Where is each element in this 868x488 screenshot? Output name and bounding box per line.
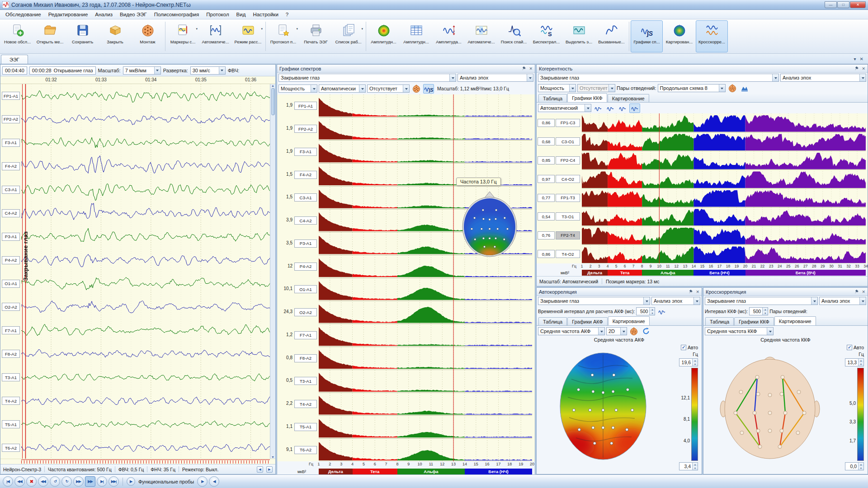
toolbar-button-open-exam[interactable]: Открыть ме... bbox=[34, 20, 66, 52]
autocorr-tab-2[interactable]: Картирование bbox=[608, 316, 650, 325]
coherence-pair-label[interactable]: C3-O1 bbox=[556, 137, 580, 145]
spectrum-epochs-select[interactable]: Анализ эпох bbox=[458, 74, 533, 82]
menu-item-6[interactable]: Вид bbox=[233, 11, 250, 18]
toolbar-button-save[interactable]: Сохранить bbox=[66, 20, 99, 52]
spectrum-channel-label[interactable]: C3-A1 bbox=[294, 193, 317, 202]
menu-item-2[interactable]: Анализ bbox=[91, 11, 116, 18]
pin-icon[interactable] bbox=[854, 66, 859, 71]
toolbar-button-bispectral[interactable]: SБиспектрал... bbox=[530, 20, 562, 52]
auto-scale-checkbox[interactable]: ✓Авто bbox=[681, 345, 698, 350]
eeg-channel-label[interactable]: F7-A1 bbox=[2, 326, 20, 334]
skip-start-button[interactable]: |◀ bbox=[3, 476, 13, 487]
toolbar-button-worklist[interactable]: Список раб...▾ bbox=[332, 20, 364, 52]
eeg-channel-label[interactable]: T3-A1 bbox=[2, 373, 20, 381]
stop-button[interactable]: ✖ bbox=[26, 476, 37, 487]
scroll-down-icon[interactable]: ▼ bbox=[271, 455, 274, 459]
eeg-channel-label[interactable]: C3-A1 bbox=[2, 186, 20, 194]
akf-graph-button[interactable] bbox=[656, 307, 667, 316]
autocorrelation-brain-map[interactable] bbox=[550, 344, 656, 465]
menu-item-3[interactable]: Видео ЭЭГ bbox=[116, 11, 151, 18]
coherence-pair-label[interactable]: C4-O2 bbox=[556, 175, 580, 183]
scrollbar-thumb[interactable] bbox=[271, 88, 275, 115]
coherence-smoothing-select[interactable]: Отсутствует bbox=[577, 84, 615, 92]
eeg-traces[interactable] bbox=[21, 84, 271, 459]
crosscorr-tab-1[interactable]: Графики ККФ bbox=[734, 317, 774, 325]
pin-icon[interactable] bbox=[854, 289, 859, 294]
spectrum-test-select[interactable]: Закрывание глаз bbox=[278, 74, 456, 82]
spectra-graph-button[interactable]: ∫S bbox=[423, 84, 434, 94]
spectrum-channel-label[interactable]: O1-A1 bbox=[294, 285, 317, 293]
toolbar-button-montage[interactable]: Монтаж bbox=[132, 20, 164, 52]
toolbar-button-auto-markup[interactable]: Автоматиче... bbox=[465, 20, 497, 52]
panel-close-icon[interactable]: ✕ bbox=[862, 66, 865, 71]
coherence-scale-mode-select[interactable]: Автоматический bbox=[538, 104, 591, 112]
eeg-channel-label[interactable]: T5-A1 bbox=[2, 420, 20, 428]
close-button[interactable]: ✕ bbox=[850, 1, 866, 8]
spectrum-plots[interactable] bbox=[319, 94, 532, 461]
menu-item-5[interactable]: Протокол bbox=[203, 11, 232, 18]
eeg-channel-label[interactable]: FP1-A1 bbox=[2, 92, 20, 100]
play-page-button[interactable]: ▶▶ bbox=[85, 476, 95, 487]
scale-mode-button-3[interactable] bbox=[617, 103, 628, 113]
toolbar-button-protocol[interactable]: Протокол п...▾ bbox=[267, 20, 299, 52]
coherence-test-select[interactable]: Закрывание глаз bbox=[538, 74, 779, 82]
spectrum-channel-label[interactable]: F4-A2 bbox=[294, 171, 317, 179]
toolbar-button-crosscorr[interactable]: Кросскорре... bbox=[696, 20, 728, 52]
coherence-tab-1[interactable]: Графики ККФ bbox=[567, 93, 607, 102]
coherence-measure-select[interactable]: Мощность bbox=[538, 84, 576, 92]
toolbar-button-new-exam[interactable]: Новое обсл... bbox=[1, 20, 33, 52]
spectrum-channel-label[interactable]: T3-A1 bbox=[294, 377, 317, 385]
coherence-pair-label[interactable]: T3-O1 bbox=[556, 212, 580, 221]
spectrum-channel-label[interactable]: O2-A2 bbox=[294, 308, 317, 316]
eeg-channel-label[interactable]: F3-A1 bbox=[2, 139, 20, 147]
refresh-icon[interactable] bbox=[641, 327, 651, 336]
menu-item-4[interactable]: Полисомнография bbox=[151, 11, 203, 18]
crosscorr-measure-select[interactable]: Средняя частота ККФ bbox=[705, 327, 774, 335]
spectrum-channel-label[interactable]: F7-A1 bbox=[294, 331, 317, 339]
coherence-pairs-select[interactable]: Продольная схема 8 bbox=[658, 84, 726, 92]
coherence-plots[interactable] bbox=[582, 113, 866, 263]
toolbar-button-spike-search[interactable]: Поиск спай... bbox=[498, 20, 530, 52]
chevron-down-icon[interactable]: ▾ bbox=[296, 27, 298, 31]
menu-item-8[interactable]: ? bbox=[282, 11, 292, 18]
auto-scale-checkbox[interactable]: ✓Авто bbox=[847, 345, 864, 350]
eeg-channel-label[interactable]: FP2-A2 bbox=[2, 115, 20, 123]
menu-item-0[interactable]: Обследование bbox=[2, 11, 45, 18]
prev-test-button[interactable]: ◀ bbox=[209, 476, 219, 487]
eeg-marker-lane[interactable] bbox=[0, 459, 275, 464]
toolbar-button-markers[interactable]: Маркеры с...▾ bbox=[167, 20, 199, 52]
eeg-channel-label[interactable]: F8-A2 bbox=[2, 350, 20, 358]
eeg-channel-label[interactable]: P4-A2 bbox=[2, 256, 20, 264]
head-map-button[interactable] bbox=[727, 84, 738, 93]
crosscorr-interval-input[interactable]: 500▲▼ bbox=[749, 307, 768, 315]
head-map-button[interactable] bbox=[628, 327, 639, 336]
toolbar-button-print[interactable]: Печать ЭЭГ bbox=[300, 20, 332, 52]
chevron-down-icon[interactable]: ▾ bbox=[361, 27, 363, 31]
eeg-scale-select[interactable]: 7 мкВ/мм bbox=[123, 66, 161, 75]
eeg-channel-label[interactable]: F4-A2 bbox=[2, 162, 20, 170]
spectrum-channel-label[interactable]: T5-A1 bbox=[294, 423, 317, 431]
spectrum-channel-label[interactable]: T4-A2 bbox=[294, 400, 317, 408]
scale-mode-button-4[interactable] bbox=[629, 103, 640, 113]
coherence-tab-2[interactable]: Картирование bbox=[608, 94, 649, 102]
spectrum-channel-label[interactable]: T6-A2 bbox=[294, 446, 317, 454]
toolbar-button-amplitude-table[interactable]: Амплитудн... bbox=[400, 20, 432, 52]
eeg-channel-label[interactable]: O1-A1 bbox=[2, 280, 20, 288]
scale-max-input[interactable]: 19,6▲▼ bbox=[679, 358, 698, 366]
step-forward-button[interactable]: ▶| bbox=[97, 476, 107, 487]
scale-mode-button-1[interactable] bbox=[593, 103, 604, 113]
crosscorr-tab-2[interactable]: Картирование bbox=[774, 316, 816, 325]
crosscorrelation-head-map[interactable] bbox=[716, 344, 824, 464]
panel-close-icon[interactable]: ✕ bbox=[862, 290, 865, 294]
step-backward-button[interactable]: ◀◀ bbox=[38, 476, 48, 487]
spectrum-channel-label[interactable]: F8-A2 bbox=[294, 354, 317, 362]
spectrum-channel-label[interactable]: C4-A2 bbox=[294, 216, 317, 225]
toolbar-button-spectra[interactable]: ∫SГрафики сп... bbox=[631, 20, 663, 52]
eeg-channel-label[interactable]: P3-A1 bbox=[2, 233, 20, 241]
panel-close-icon[interactable]: ✕ bbox=[529, 66, 533, 71]
crosscorr-epochs-select[interactable]: Анализ эпох bbox=[819, 297, 866, 305]
chevron-down-icon[interactable]: ▾ bbox=[261, 27, 263, 31]
panel-close-icon[interactable]: ✕ bbox=[696, 290, 699, 294]
fast-backward-button[interactable]: ◀◀ bbox=[14, 476, 25, 487]
toolbar-button-evoked[interactable]: Вызванные... bbox=[595, 20, 627, 52]
